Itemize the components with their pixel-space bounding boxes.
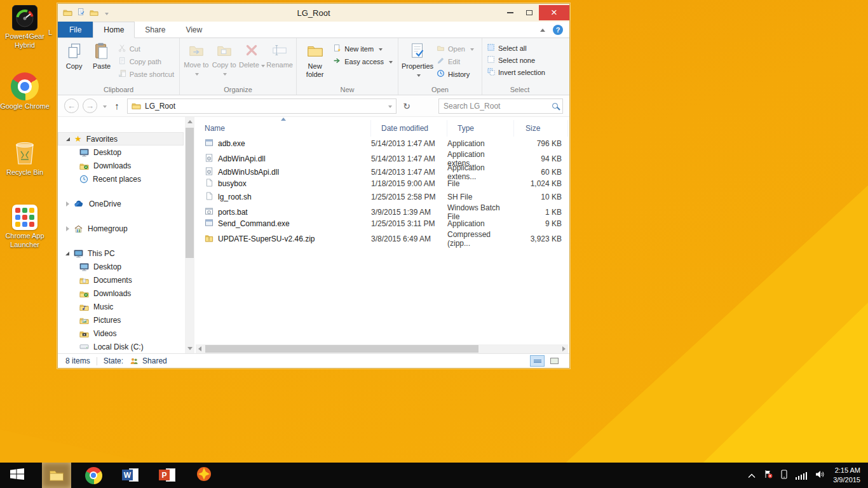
open-button[interactable]: Open <box>434 43 477 54</box>
action-center-flag-icon[interactable] <box>764 470 773 481</box>
properties-button[interactable]: Properties <box>401 40 434 85</box>
scroll-thumb[interactable] <box>205 345 478 353</box>
file-row[interactable]: AdbWinUsbApi.dll 5/14/2013 1:47 AM Appli… <box>194 163 569 177</box>
desktop-icon-power4gear[interactable]: Power4Gear Hybrid <box>0 5 50 50</box>
qat-dropdown-icon[interactable] <box>105 13 109 17</box>
search-input[interactable] <box>444 102 552 111</box>
delete-button[interactable]: Delete <box>238 40 266 85</box>
help-icon[interactable] <box>553 25 563 35</box>
file-row[interactable]: AdbWinApi.dll 5/14/2013 1:47 AM Applicat… <box>194 150 569 163</box>
desktop-icon-google-chrome[interactable]: Google Chrome <box>0 72 50 111</box>
nav-item-pc-desktop[interactable]: Desktop <box>58 260 184 273</box>
taskbar-powerpoint-button[interactable] <box>153 463 182 488</box>
scroll-right-arrow[interactable] <box>562 346 568 351</box>
file-row[interactable]: UPDATE-SuperSU-v2.46.zip 3/8/2015 6:49 A… <box>194 230 569 243</box>
nav-item-desktop[interactable]: Desktop <box>58 146 184 159</box>
paste-button[interactable]: Paste <box>88 40 115 85</box>
new-folder-button[interactable]: New folder <box>299 40 330 85</box>
select-all-button[interactable]: Select all <box>485 43 548 53</box>
file-row[interactable]: busybox 1/18/2015 9:00 AM File 1,024 KB <box>194 177 569 190</box>
volume-icon[interactable] <box>815 470 825 481</box>
nav-item-pc-music[interactable]: Music <box>58 300 184 313</box>
column-header-type[interactable]: Type <box>447 120 514 137</box>
horizontal-scrollbar[interactable] <box>196 344 568 353</box>
tab-home[interactable]: Home <box>93 22 135 38</box>
scroll-left-arrow[interactable] <box>196 346 201 351</box>
taskbar-clock[interactable]: 2:15 AM 3/9/2015 <box>833 466 860 485</box>
device-icon[interactable] <box>781 470 787 482</box>
desktop-icon-recycle-bin[interactable]: Recycle Bin <box>0 139 50 177</box>
expander-closed-icon[interactable] <box>66 226 69 231</box>
forward-button[interactable] <box>83 98 97 113</box>
copy-path-button[interactable]: Copy path <box>116 56 177 67</box>
column-header-size[interactable]: Size <box>514 120 568 137</box>
edit-button[interactable]: Edit <box>434 56 477 67</box>
breadcrumb-path[interactable]: LG_Root <box>145 102 175 111</box>
tab-share[interactable]: Share <box>135 22 175 37</box>
scroll-thumb[interactable] <box>186 128 194 258</box>
tab-view[interactable]: View <box>175 22 212 37</box>
rename-button[interactable]: Rename <box>266 40 294 85</box>
file-row[interactable]: adb.exe 5/14/2013 1:47 AM Application 79… <box>194 137 569 150</box>
close-button[interactable] <box>539 5 569 20</box>
group-label-organize: Organize <box>180 86 296 93</box>
scroll-up-arrow[interactable] <box>185 117 194 126</box>
nav-item-pc-downloads[interactable]: Downloads <box>58 287 184 300</box>
tab-file[interactable]: File <box>58 22 93 37</box>
thumbnails-view-button[interactable] <box>547 355 562 367</box>
nav-scrollbar[interactable] <box>185 117 194 353</box>
easy-access-button[interactable]: Easy access <box>330 56 395 67</box>
desktop-icon-chrome-app-launcher[interactable]: Chrome App Launcher <box>0 205 50 250</box>
nav-item-this-pc[interactable]: This PC <box>58 247 184 260</box>
history-dropdown-icon[interactable] <box>103 105 107 110</box>
file-row[interactable]: ports.bat 3/9/2015 1:39 AM Windows Batch… <box>194 203 569 217</box>
breadcrumb[interactable]: LG_Root <box>127 98 397 114</box>
titlebar[interactable]: LG_Root <box>58 4 569 22</box>
nav-item-homegroup[interactable]: Homegroup <box>58 222 184 235</box>
address-dropdown-icon[interactable] <box>388 105 392 110</box>
column-header-name[interactable]: Name <box>194 120 371 137</box>
nav-item-pc-local-disk[interactable]: Local Disk (C:) <box>58 340 184 353</box>
qat-new-folder-icon[interactable] <box>90 7 98 18</box>
back-button[interactable] <box>64 98 79 113</box>
nav-item-recent-places[interactable]: Recent places <box>58 172 184 186</box>
minimize-button[interactable] <box>501 5 520 20</box>
new-item-button[interactable]: New item <box>330 43 395 54</box>
copy-button[interactable]: Copy <box>60 40 88 85</box>
up-button[interactable] <box>111 100 123 111</box>
file-row[interactable]: lg_root.sh 1/25/2015 2:58 PM SH File 10 … <box>194 190 569 203</box>
nav-item-favorites[interactable]: Favorites <box>58 132 184 146</box>
nav-item-pc-pictures[interactable]: Pictures <box>58 313 184 327</box>
paste-shortcut-button[interactable]: Paste shortcut <box>116 69 177 79</box>
taskbar-word-button[interactable] <box>116 463 145 488</box>
start-button[interactable] <box>0 463 34 488</box>
maximize-button[interactable] <box>520 5 539 20</box>
move-to-button[interactable]: Move to <box>182 40 210 85</box>
nav-item-downloads[interactable]: Downloads <box>58 159 184 172</box>
nav-item-pc-videos[interactable]: Videos <box>58 327 184 340</box>
search-box[interactable] <box>438 98 563 114</box>
network-signal-icon[interactable] <box>796 471 808 480</box>
file-row[interactable]: Send_Command.exe 1/25/2015 3:11 PM Appli… <box>194 217 569 230</box>
expander-open-icon[interactable] <box>65 252 69 255</box>
column-header-date-modified[interactable]: Date modified <box>371 120 447 137</box>
select-none-button[interactable]: Select none <box>485 55 548 65</box>
invert-selection-button[interactable]: Invert selection <box>485 67 548 78</box>
scroll-down-arrow[interactable] <box>185 344 194 353</box>
taskbar-orange-app-button[interactable] <box>189 463 219 488</box>
cut-button[interactable]: Cut <box>116 43 177 54</box>
qat-properties-icon[interactable] <box>77 7 85 18</box>
history-button[interactable]: History <box>434 69 477 79</box>
refresh-icon[interactable] <box>400 101 413 111</box>
taskbar-file-explorer-button[interactable] <box>42 463 71 488</box>
expander-open-icon[interactable] <box>66 137 70 141</box>
expander-closed-icon[interactable] <box>66 201 69 207</box>
copy-to-button[interactable]: Copy to <box>210 40 238 85</box>
nav-item-onedrive[interactable]: OneDrive <box>58 197 184 210</box>
details-view-button[interactable] <box>530 355 545 367</box>
collapse-ribbon-icon[interactable] <box>540 26 545 32</box>
taskbar-chrome-button[interactable] <box>79 463 108 488</box>
nav-item-pc-documents[interactable]: Documents <box>58 273 184 287</box>
search-icon[interactable] <box>552 103 558 109</box>
show-hidden-icons-chevron-icon[interactable] <box>748 470 756 481</box>
